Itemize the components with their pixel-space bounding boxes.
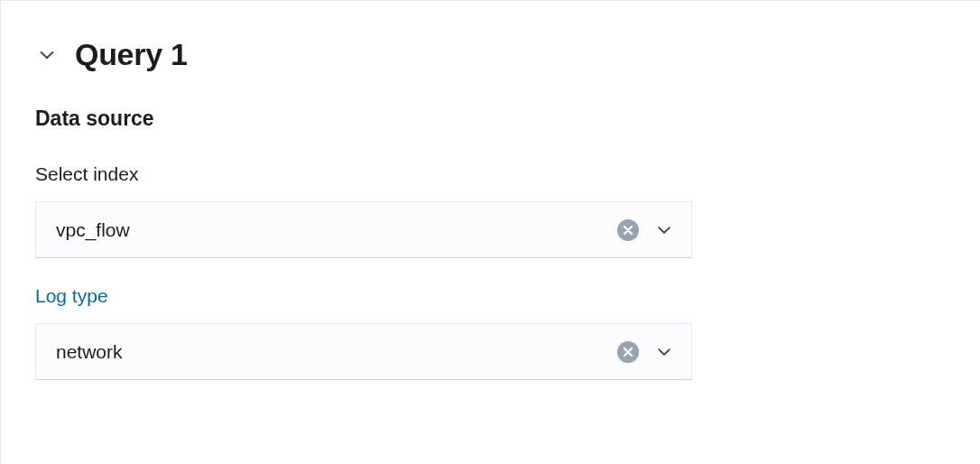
log-type-dropdown[interactable]: network [35, 323, 692, 380]
select-index-value: vpc_flow [56, 219, 617, 241]
section-title: Data source [35, 107, 946, 131]
collapse-toggle[interactable] [35, 43, 59, 67]
clear-index-button[interactable] [617, 219, 639, 241]
chevron-down-icon [655, 343, 673, 361]
select-index-dropdown[interactable]: vpc_flow [35, 201, 692, 258]
close-icon [623, 225, 633, 236]
log-type-label[interactable]: Log type [35, 285, 946, 307]
query-panel: Query 1 Data source Select index vpc_flo… [0, 0, 980, 464]
query-header: Query 1 [35, 37, 946, 72]
log-type-dropdown-caret[interactable] [653, 341, 675, 363]
log-type-field: Log type network [35, 285, 946, 380]
close-icon [623, 347, 633, 357]
chevron-down-icon [655, 221, 673, 239]
query-title: Query 1 [75, 37, 188, 72]
select-index-label: Select index [35, 163, 946, 185]
clear-log-type-button[interactable] [617, 341, 639, 363]
index-dropdown-caret[interactable] [653, 219, 675, 241]
chevron-down-icon [37, 45, 57, 65]
select-index-field: Select index vpc_flow [35, 163, 946, 258]
log-type-value: network [56, 341, 617, 363]
